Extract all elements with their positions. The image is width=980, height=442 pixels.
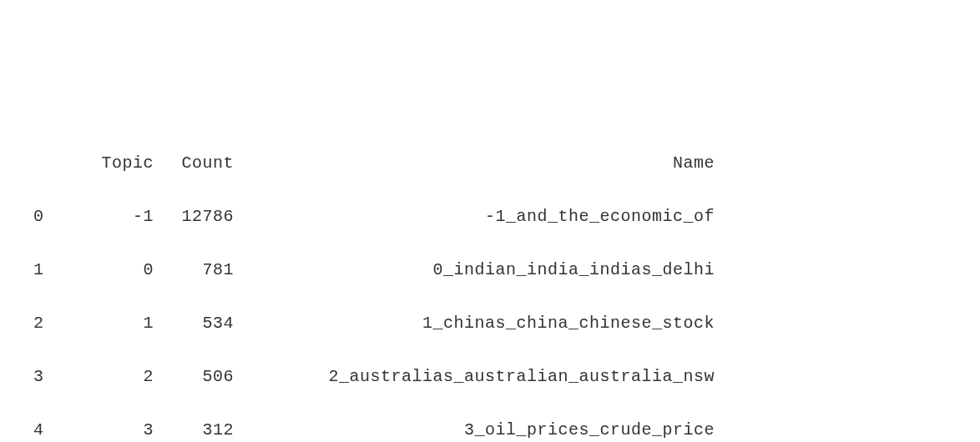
table-row: 325062_australias_australian_australia_n… — [33, 364, 947, 390]
cell-topic: -1 — [73, 203, 154, 230]
cell-count: 506 — [154, 364, 234, 390]
row-index: 0 — [33, 203, 73, 230]
header-count: Count — [154, 150, 234, 177]
cell-topic: 0 — [73, 257, 154, 284]
cell-topic: 2 — [73, 364, 154, 390]
cell-name: 1_chinas_china_chinese_stock — [234, 310, 715, 337]
header-row: TopicCountName — [33, 150, 947, 177]
cell-name: 0_indian_india_indias_delhi — [234, 257, 715, 284]
cell-topic: 1 — [73, 310, 154, 337]
cell-name: 2_australias_australian_australia_nsw — [234, 364, 715, 390]
table-row: 0-112786-1_and_the_economic_of — [33, 203, 947, 230]
row-index: 1 — [33, 257, 73, 284]
cell-count: 534 — [154, 310, 234, 337]
cell-name: 3_oil_prices_crude_price — [234, 417, 715, 442]
table-row: 215341_chinas_china_chinese_stock — [33, 310, 947, 337]
row-index: 3 — [33, 364, 73, 390]
cell-name: -1_and_the_economic_of — [234, 203, 715, 230]
row-index: 2 — [33, 310, 73, 337]
cell-count: 312 — [154, 417, 234, 442]
table-row: 433123_oil_prices_crude_price — [33, 417, 947, 442]
cell-count: 12786 — [154, 203, 234, 230]
cell-topic: 3 — [73, 417, 154, 442]
cell-count: 781 — [154, 257, 234, 284]
row-index: 4 — [33, 417, 73, 442]
header-topic: Topic — [73, 150, 154, 177]
dataframe-output: TopicCountName 0-112786-1_and_the_econom… — [33, 123, 947, 442]
header-name: Name — [234, 150, 715, 177]
table-row: 107810_indian_india_indias_delhi — [33, 257, 947, 284]
